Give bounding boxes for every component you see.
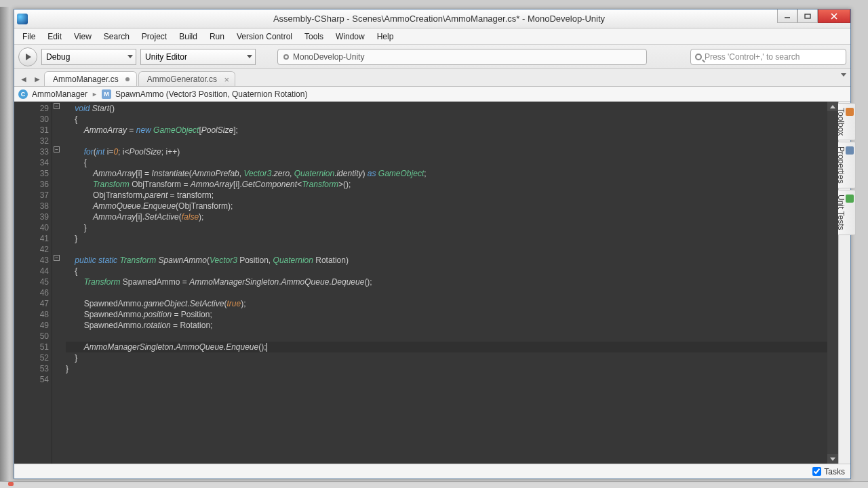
app-icon — [17, 14, 28, 24]
scroll-up-button[interactable] — [827, 102, 838, 111]
tab-ammogenerator-cs[interactable]: AmmoGenerator.cs× — [138, 71, 235, 86]
breadcrumb-method[interactable]: SpawnAmmo (Vector3 Position, Quaternion … — [115, 89, 307, 99]
run-button[interactable] — [18, 47, 37, 66]
close-tab-button[interactable]: × — [224, 75, 229, 85]
minimize-button[interactable] — [777, 9, 797, 23]
menubar: FileEditViewSearchProjectBuildRunVersion… — [14, 28, 850, 45]
fold-toggle[interactable]: − — [54, 103, 60, 109]
chevron-down-icon — [247, 55, 252, 58]
play-icon — [26, 54, 31, 60]
nav-back-button[interactable]: ◄ — [18, 73, 29, 86]
tab-ammomanager-cs[interactable]: AmmoManager.cs — [44, 71, 137, 86]
target-dropdown[interactable]: Unity Editor — [140, 49, 256, 65]
breadcrumb-class[interactable]: AmmoManager — [32, 89, 87, 99]
config-dropdown[interactable]: Debug — [41, 49, 136, 65]
menu-window[interactable]: Window — [330, 30, 370, 43]
titlebar: Assembly-CSharp - Scenes\AmmoCreation\Am… — [14, 9, 850, 28]
side-panel-tabs: ToolboxPropertiesUnit Tests — [838, 102, 850, 464]
vertical-scrollbar[interactable] — [827, 102, 838, 464]
menu-project[interactable]: Project — [136, 30, 172, 43]
search-input[interactable]: Press 'Control+,' to search — [690, 49, 846, 65]
close-button[interactable] — [818, 9, 850, 23]
tab-label: AmmoManager.cs — [53, 75, 119, 84]
fold-toggle[interactable]: − — [54, 255, 60, 261]
target-value: Unity Editor — [145, 52, 187, 62]
config-value: Debug — [46, 52, 70, 62]
status-text: MonoDevelop-Unity — [293, 52, 364, 62]
status-box: MonoDevelop-Unity — [277, 49, 647, 65]
target-icon — [283, 54, 289, 60]
menu-tools[interactable]: Tools — [299, 30, 329, 43]
menu-view[interactable]: View — [68, 30, 97, 43]
menu-version-control[interactable]: Version Control — [231, 30, 298, 43]
menu-run[interactable]: Run — [204, 30, 230, 43]
svg-rect-1 — [805, 14, 810, 18]
nav-forward-button[interactable]: ► — [32, 73, 43, 86]
method-icon: M — [102, 89, 111, 99]
properties-icon — [846, 146, 854, 155]
tab-overflow-button[interactable] — [841, 73, 846, 77]
code-editor[interactable]: 2930313233343536373839404142434445464748… — [14, 102, 838, 464]
tab-label: AmmoGenerator.cs — [147, 75, 217, 84]
search-icon — [695, 54, 702, 60]
toolbox-icon — [846, 108, 854, 116]
fold-toggle[interactable]: − — [54, 146, 60, 152]
chevron-down-icon — [127, 55, 133, 58]
window-title: Assembly-CSharp - Scenes\AmmoCreation\Am… — [28, 14, 850, 24]
scroll-down-button[interactable] — [827, 454, 838, 464]
dirty-indicator-icon — [125, 77, 130, 81]
line-gutter: 2930313233343536373839404142434445464748… — [14, 102, 52, 464]
search-placeholder: Press 'Control+,' to search — [705, 52, 800, 62]
code-area[interactable]: void Start() { AmmoArray = new GameObjec… — [62, 102, 827, 464]
maximize-button[interactable] — [797, 9, 818, 23]
menu-edit[interactable]: Edit — [42, 30, 67, 43]
menu-build[interactable]: Build — [174, 30, 203, 43]
tab-strip: ◄ ► AmmoManager.csAmmoGenerator.cs× — [14, 69, 850, 87]
status-bar: Tasks — [14, 464, 850, 479]
tasks-checkbox[interactable] — [812, 467, 821, 476]
menu-search[interactable]: Search — [98, 30, 135, 43]
fold-column[interactable]: −−− — [52, 102, 62, 464]
tasks-label: Tasks — [824, 467, 845, 476]
menu-file[interactable]: File — [17, 30, 41, 43]
breadcrumb: C AmmoManager ► M SpawnAmmo (Vector3 Pos… — [14, 87, 850, 102]
ide-window: Assembly-CSharp - Scenes\AmmoCreation\Am… — [14, 9, 851, 479]
breadcrumb-separator: ► — [92, 91, 98, 98]
menu-help[interactable]: Help — [372, 30, 399, 43]
class-icon: C — [18, 89, 28, 99]
toolbar: Debug Unity Editor MonoDevelop-Unity Pre… — [14, 45, 850, 69]
unit-tests-icon — [846, 195, 854, 203]
